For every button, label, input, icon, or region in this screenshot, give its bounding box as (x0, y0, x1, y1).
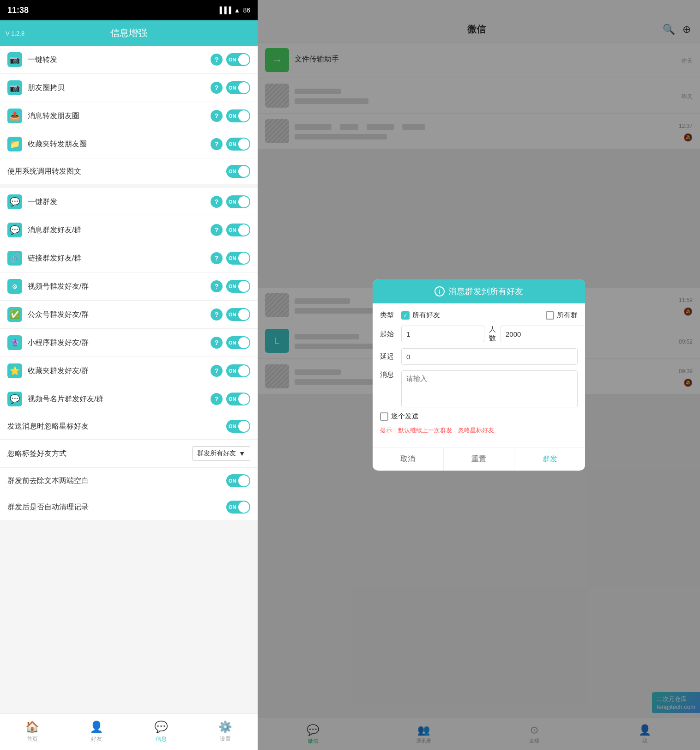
fav-broadcast-icon: ⭐ (7, 363, 22, 378)
menu-label: 视频号名片群发好友/群 (28, 394, 211, 404)
toggle-video[interactable]: ON (226, 280, 250, 293)
menu-section-2: 💬 一键群发 ? ON 💬 消息群发好友/群 ? ON 🔗 链接群发好 (0, 188, 258, 520)
right-panel: 微信 🔍 ⊕ → 文件传输助手 昨天 (258, 0, 700, 750)
menu-item-ignore-tag[interactable]: 忽略标签好友方式 群发所有好友 ▼ (0, 440, 258, 468)
nav-friends[interactable]: 👤 好友 (65, 720, 129, 743)
dialog-header: i 消息群发到所有好友 (373, 279, 585, 303)
help-button[interactable]: ? (211, 224, 223, 236)
help-button[interactable]: ? (211, 110, 223, 122)
ignore-tag-dropdown[interactable]: 群发所有好友 ▼ (192, 446, 250, 461)
all-groups-label: 所有群 (557, 311, 578, 320)
toggle-msg-broadcast[interactable]: ON (226, 224, 250, 236)
toggle-trim[interactable]: ON (226, 474, 250, 487)
all-friends-checkbox-item[interactable]: ✓ 所有好友 (401, 311, 440, 320)
toggle-fav[interactable]: ON (226, 138, 250, 151)
delay-input[interactable] (401, 348, 578, 365)
toggle-moments[interactable]: ON (226, 81, 250, 94)
count-label: 人数 (489, 325, 496, 343)
help-button[interactable]: ? (211, 82, 223, 94)
nav-home[interactable]: 🏠 首页 (0, 720, 65, 743)
menu-item-msg-broadcast[interactable]: 💬 消息群发好友/群 ? ON (0, 216, 258, 244)
individual-row: 逐个发送 (380, 412, 578, 421)
menu-item-video-broadcast[interactable]: ⊗ 视频号群发好友/群 ? ON (0, 272, 258, 301)
battery-icon: 86 (243, 6, 250, 14)
type-row: 类型 ✓ 所有好友 所有群 (380, 311, 578, 320)
menu-item-moments-copy[interactable]: 📷 朋友圈拷贝 ? ON (0, 74, 258, 102)
all-groups-checkbox[interactable] (546, 311, 554, 320)
delay-label: 延迟 (380, 352, 397, 361)
menu-item-video-card[interactable]: 💬 视频号名片群发好友/群 ? ON (0, 385, 258, 413)
menu-item-sys-forward[interactable]: 使用系统调用转发图文 ON (0, 158, 258, 184)
all-friends-checkbox[interactable]: ✓ (401, 311, 410, 320)
menu-label: 使用系统调用转发图文 (7, 167, 226, 176)
menu-item-mini-broadcast[interactable]: 🔮 小程序群发好友/群 ? ON (0, 329, 258, 357)
toggle-fav-broadcast[interactable]: ON (226, 364, 250, 377)
left-panel: 11:38 ▐▐▐ ▲ 86 V 1.2.8 信息增强 📷 一键转发 ? ON … (0, 0, 258, 750)
help-button[interactable]: ? (211, 252, 223, 264)
help-button[interactable]: ? (211, 337, 223, 349)
menu-label: 消息群发好友/群 (28, 225, 211, 235)
menu-item-forward-one-click[interactable]: 📷 一键转发 ? ON (0, 46, 258, 74)
menu-item-fav-forward[interactable]: 📁 收藏夹转发朋友圈 ? ON (0, 130, 258, 158)
menu-item-official-broadcast[interactable]: ✅ 公众号群发好友/群 ? ON (0, 301, 258, 329)
reset-button[interactable]: 重置 (444, 448, 515, 471)
menu-item-broadcast[interactable]: 💬 一键群发 ? ON (0, 188, 258, 216)
menu-label: 链接群发好友/群 (28, 254, 211, 263)
individual-checkbox-item[interactable]: 逐个发送 (380, 412, 419, 421)
individual-checkbox[interactable] (380, 412, 388, 421)
menu-item-msg-forward[interactable]: 📤 消息转发朋友圈 ? ON (0, 102, 258, 130)
chevron-down-icon: ▼ (239, 450, 245, 457)
menu-label: 群发后是否自动清理记录 (7, 502, 226, 512)
dialog-body: 类型 ✓ 所有好友 所有群 起始 人数 (373, 303, 585, 448)
status-time: 11:38 (7, 6, 29, 15)
menu-item-link-broadcast[interactable]: 🔗 链接群发好友/群 ? ON (0, 244, 258, 272)
send-button[interactable]: 群发 (514, 448, 585, 471)
menu-label: 消息转发朋友圈 (28, 111, 211, 121)
count-input[interactable] (501, 326, 585, 342)
bottom-nav: 🏠 首页 👤 好友 💬 信息 ⚙️ 设置 (0, 713, 258, 750)
broadcast-dialog: i 消息群发到所有好友 类型 ✓ 所有好友 所有群 (373, 279, 585, 471)
help-button[interactable]: ? (211, 308, 223, 321)
menu-item-fav-broadcast[interactable]: ⭐ 收藏夹群发好友/群 ? ON (0, 357, 258, 385)
start-input[interactable] (401, 326, 484, 342)
moments-icon: 📷 (7, 80, 22, 95)
message-textarea[interactable] (401, 370, 578, 407)
network-icon: ▐▐▐ (217, 6, 231, 14)
toggle-msg-forward[interactable]: ON (226, 109, 250, 122)
help-button[interactable]: ? (211, 196, 223, 208)
toggle-broadcast[interactable]: ON (226, 195, 250, 208)
nav-message[interactable]: 💬 信息 (129, 720, 193, 743)
dropdown-value: 群发所有好友 (197, 449, 236, 458)
toggle-sys[interactable]: ON (226, 165, 250, 178)
menu-label: 视频号群发好友/群 (28, 282, 211, 291)
video-card-icon: 💬 (7, 392, 22, 406)
toggle-forward[interactable]: ON (226, 53, 250, 66)
all-groups-checkbox-item[interactable]: 所有群 (546, 311, 578, 320)
toggle-link[interactable]: ON (226, 252, 250, 265)
toggle-official[interactable]: ON (226, 308, 250, 321)
menu-item-ignore-star[interactable]: 发送消息时忽略星标好友 ON (0, 413, 258, 440)
menu-item-clear-record[interactable]: 群发后是否自动清理记录 ON (0, 494, 258, 520)
cancel-button[interactable]: 取消 (373, 448, 444, 471)
toggle-video-card[interactable]: ON (226, 393, 250, 405)
nav-label: 首页 (27, 735, 38, 743)
fav-icon: 📁 (7, 137, 22, 151)
dialog-overlay: i 消息群发到所有好友 类型 ✓ 所有好友 所有群 (258, 0, 700, 750)
broadcast-icon: 💬 (7, 194, 22, 209)
menu-label: 朋友圈拷贝 (28, 83, 211, 93)
menu-item-trim-text[interactable]: 群发前去除文本两端空白 ON (0, 468, 258, 494)
menu-label: 群发前去除文本两端空白 (7, 476, 226, 486)
toggle-clear[interactable]: ON (226, 501, 250, 514)
help-button[interactable]: ? (211, 365, 223, 377)
nav-settings[interactable]: ⚙️ 设置 (193, 720, 258, 743)
home-icon: 🏠 (25, 720, 39, 733)
help-button[interactable]: ? (211, 54, 223, 66)
nav-label: 好友 (91, 735, 102, 743)
dialog-title: 消息群发到所有好友 (448, 286, 523, 297)
toggle-mini[interactable]: ON (226, 336, 250, 349)
toggle-ignore-star[interactable]: ON (226, 420, 250, 433)
help-button[interactable]: ? (211, 393, 223, 405)
help-button[interactable]: ? (211, 280, 223, 292)
help-button[interactable]: ? (211, 138, 223, 150)
type-label: 类型 (380, 311, 397, 320)
